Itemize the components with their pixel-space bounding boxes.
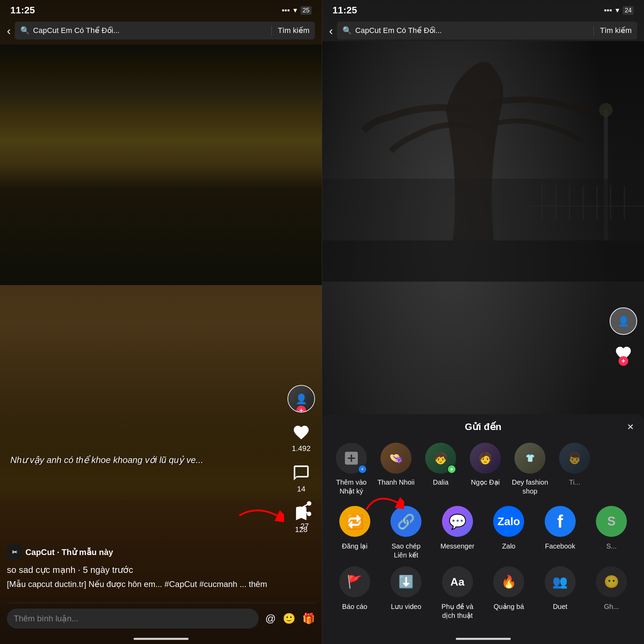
comment-bar: Thêm bình luận... @ 🙂 🎁	[7, 603, 315, 630]
creator-avatar[interactable]: 👤 +	[287, 385, 315, 413]
share-action-s[interactable]: S S...	[586, 506, 637, 560]
mention-icon[interactable]: @	[265, 613, 276, 624]
promote-label: Quảng bá	[494, 602, 524, 611]
duet-label: Duet	[553, 602, 567, 611]
share-action-gh[interactable]: 😶 Gh...	[586, 566, 637, 620]
contact-avatar-ti[interactable]: 👦	[559, 443, 590, 474]
share-action-zalo[interactable]: Zalo Zalo	[483, 506, 535, 560]
status-icons: ▪▪▪ ▾ 25	[282, 6, 312, 15]
status-bar-right: 11:25 ▪▪▪ ▾ 24	[322, 0, 644, 21]
comment-icon[interactable]	[291, 463, 312, 483]
zalo-icon[interactable]: Zalo	[493, 506, 524, 537]
s-label: S...	[606, 542, 617, 551]
battery-indicator: 25	[301, 6, 312, 15]
search-value: CapCut Em Có Thể Đổi...	[33, 26, 265, 35]
contact-name-ti: Ti...	[569, 478, 580, 487]
share-close-button[interactable]: ×	[627, 420, 634, 433]
contact-avatar-ngoc[interactable]: 🧑	[470, 443, 501, 474]
svg-point-3	[599, 103, 613, 117]
duet-icon[interactable]: 👥	[545, 566, 576, 597]
search-value-right: CapCut Em Có Thể Đổi...	[355, 26, 587, 35]
left-phone-screen: 11:25 ▪▪▪ ▾ 25 ‹ 🔍 CapCut Em Có Thể Đổi.…	[0, 0, 322, 644]
back-button-right[interactable]: ‹	[329, 24, 333, 37]
contact-ti[interactable]: 👦 Ti...	[552, 443, 597, 496]
contact-name-ngoc: Ngọc Đại	[471, 478, 500, 487]
share-header: Gửi đến ×	[322, 421, 644, 439]
like-icon[interactable]	[291, 422, 312, 443]
gift-icon[interactable]: 🎁	[302, 612, 315, 624]
search-input-area-right[interactable]: 🔍 CapCut Em Có Thể Đổi... Tìm kiếm	[337, 22, 637, 39]
red-arrow-indicator	[236, 502, 284, 531]
signal-icon: ▪▪▪	[282, 6, 290, 15]
comment-input[interactable]: Thêm bình luận...	[7, 609, 259, 629]
capcut-logo: ✂	[7, 545, 22, 560]
facebook-icon[interactable]: f	[545, 506, 576, 537]
capcut-label: CapCut · Thử mẫu này	[25, 547, 113, 557]
search-button-right[interactable]: Tìm kiếm	[600, 26, 632, 35]
search-bar: ‹ 🔍 CapCut Em Có Thể Đổi... Tìm kiếm	[7, 19, 315, 42]
contact-ngoc-dai[interactable]: 🧑 Ngọc Đại	[463, 443, 508, 496]
bookmark-icon[interactable]	[291, 503, 312, 524]
share-action-duet[interactable]: 👥 Duet	[534, 566, 586, 620]
share-action-subtitles[interactable]: Aa Phụ đề vàdịch thuật	[432, 566, 483, 620]
contact-avatar-dalia[interactable]: 🧒 ●	[425, 443, 456, 474]
contact-dalia[interactable]: 🧒 ● Dalia	[418, 443, 463, 496]
online-badge: ●	[447, 465, 456, 474]
subtitles-label: Phụ đề vàdịch thuật	[441, 602, 473, 620]
battery-indicator-right: 24	[623, 6, 634, 15]
share-action-facebook[interactable]: f Facebook	[534, 506, 586, 560]
subtitles-icon[interactable]: Aa	[442, 566, 473, 597]
search-input-area[interactable]: 🔍 CapCut Em Có Thể Đổi... Tìm kiếm	[15, 22, 315, 39]
share-action-report[interactable]: 🚩 Báo cáo	[329, 566, 381, 620]
contact-name-diary: Thêm vàoNhật ký	[336, 478, 367, 496]
bookmark-count: 128	[295, 525, 308, 534]
contact-avatar-thanh[interactable]: 👒	[381, 443, 411, 474]
contact-dey-fashion[interactable]: 👕 Dey fashionshop	[508, 443, 552, 496]
right-phone-screen: 11:25 ▪▪▪ ▾ 24 ‹ 🔍 CapCut Em Có Thể Đổi.…	[322, 0, 644, 644]
share-action-promote[interactable]: 🔥 Quảng bá	[483, 566, 535, 620]
back-button[interactable]: ‹	[7, 24, 11, 37]
home-indicator-right	[456, 638, 511, 640]
wifi-icon-right: ▾	[615, 6, 619, 15]
copy-link-label: Sao chépLiên kết	[392, 542, 421, 560]
messenger-icon[interactable]: 💬	[442, 506, 473, 537]
contact-avatar-diary[interactable]: +	[336, 443, 367, 474]
signal-icon-right: ▪▪▪	[604, 6, 612, 15]
red-arrow-copy-link	[363, 485, 404, 513]
creator-avatar-right[interactable]: 👤 +	[610, 307, 637, 335]
report-icon[interactable]: 🚩	[339, 566, 370, 597]
svg-rect-4	[322, 179, 644, 282]
bookmark-action[interactable]: 128	[291, 503, 312, 534]
report-label: Báo cáo	[342, 602, 367, 611]
save-video-icon[interactable]: ⬇️	[391, 566, 421, 597]
share-action-copy-link[interactable]: 🔗 Sao chépLiên kết	[381, 506, 432, 560]
search-button[interactable]: Tìm kiếm	[278, 26, 309, 35]
s-icon[interactable]: S	[596, 506, 627, 537]
right-actions-partial: 👤 +	[610, 307, 637, 362]
status-time: 11:25	[10, 5, 35, 16]
follow-button[interactable]: +	[296, 406, 306, 413]
comment-action[interactable]: 14	[291, 463, 312, 494]
contact-name-dey: Dey fashionshop	[512, 478, 548, 496]
share-action-repost[interactable]: 🔁 Đăng lại	[329, 506, 381, 560]
save-video-label: Lưu video	[391, 602, 421, 611]
gh-icon[interactable]: 😶	[596, 566, 627, 597]
follow-btn-right[interactable]: +	[619, 356, 628, 366]
like-action[interactable]: 1.492	[291, 422, 312, 453]
comment-count: 14	[297, 485, 305, 494]
copy-link-icon[interactable]: 🔗	[391, 506, 421, 537]
home-indicator	[134, 638, 189, 640]
share-action-save-video[interactable]: ⬇️ Lưu video	[381, 566, 432, 620]
promote-icon[interactable]: 🔥	[493, 566, 524, 597]
repost-label: Đăng lại	[342, 542, 368, 551]
search-divider-right	[594, 26, 594, 35]
share-action-messenger[interactable]: 💬 Messenger	[432, 506, 483, 560]
creator-avatar-item[interactable]: 👤 +	[287, 385, 315, 413]
contact-avatar-dey[interactable]: 👕	[515, 443, 545, 474]
like-count: 1.492	[292, 444, 310, 453]
add-badge: +	[358, 465, 367, 474]
status-icons-right: ▪▪▪ ▾ 24	[604, 6, 634, 15]
emoji-icon[interactable]: 🙂	[283, 612, 295, 624]
capcut-badge[interactable]: ✂ CapCut · Thử mẫu này	[7, 545, 281, 560]
share-actions-row-2: 🚩 Báo cáo ⬇️ Lưu video Aa Phụ đề vàdịch …	[322, 563, 644, 623]
